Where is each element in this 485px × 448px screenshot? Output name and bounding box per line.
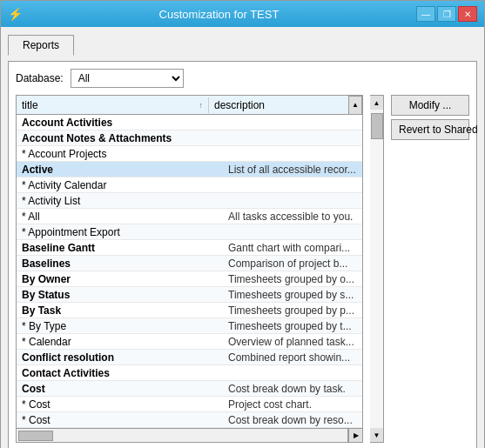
- table-row[interactable]: By OwnerTimesheets grouped by o...: [17, 271, 362, 287]
- cell-title: Account Activities: [17, 116, 223, 130]
- tab-reports[interactable]: Reports: [8, 35, 74, 56]
- cell-desc: Project cost chart.: [223, 398, 362, 411]
- cell-title: Baseline Gantt: [17, 241, 223, 255]
- database-row: Database: All Shared Personal: [16, 69, 469, 88]
- content-area: title ↑ description ▲ Account Activities…: [16, 95, 469, 443]
- table-row[interactable]: Account Notes & Attachments: [17, 130, 362, 146]
- table-row[interactable]: Contact Activities: [17, 365, 362, 381]
- cell-desc: Cost break down by task.: [223, 382, 362, 396]
- cell-title: * Cost: [17, 398, 223, 411]
- cell-desc: [223, 153, 362, 155]
- tab-bar: Reports: [8, 34, 477, 55]
- tab-content: Database: All Shared Personal title ↑: [8, 61, 477, 448]
- v-scroll-up[interactable]: ▲: [370, 96, 383, 110]
- cell-desc: [223, 200, 362, 202]
- cell-desc: All tasks accessible to you.: [223, 210, 362, 224]
- table-row[interactable]: * AllAll tasks accessible to you.: [17, 209, 362, 224]
- table-row[interactable]: By StatusTimesheets grouped by s...: [17, 287, 362, 303]
- cell-title: * Appointment Export: [17, 225, 223, 239]
- cell-title: Contact Activities: [17, 366, 223, 380]
- cell-title: Cost: [17, 382, 223, 396]
- cell-title: * Activity Calendar: [17, 178, 223, 192]
- table-row[interactable]: Conflict resolutionCombined report showi…: [17, 350, 362, 365]
- cell-desc: [223, 231, 362, 233]
- cell-title: By Status: [17, 288, 223, 302]
- cell-desc: Cost break down by reso...: [223, 413, 362, 427]
- cell-desc: Overview of planned task...: [223, 335, 362, 349]
- table-row[interactable]: ActiveList of all accessible recor...: [17, 162, 362, 177]
- table-footer: ▶: [17, 428, 362, 442]
- table-header: title ↑ description ▲: [17, 96, 362, 115]
- table-row[interactable]: * Appointment Export: [17, 224, 362, 240]
- window-controls: — ❐ ✕: [416, 6, 477, 22]
- cell-desc: [223, 184, 362, 186]
- cell-title: By Task: [17, 304, 223, 318]
- table-row[interactable]: BaselinesComparison of project b...: [17, 256, 362, 271]
- table-row[interactable]: * Activity List: [17, 193, 362, 209]
- cell-desc: Gantt chart with compari...: [223, 241, 362, 255]
- table-row[interactable]: Baseline GanttGantt chart with compari..…: [17, 240, 362, 256]
- reports-table: title ↑ description ▲ Account Activities…: [16, 95, 363, 443]
- cell-title: * Account Projects: [17, 147, 223, 161]
- table-body[interactable]: Account ActivitiesAccount Notes & Attach…: [17, 115, 362, 428]
- window-body: Reports Database: All Shared Personal: [1, 27, 484, 448]
- table-row[interactable]: * CostCost break down by reso...: [17, 412, 362, 428]
- cell-desc: List of all accessible recor...: [223, 163, 362, 177]
- cell-desc: Timesheets grouped by t...: [223, 319, 362, 333]
- col-desc-header[interactable]: description: [209, 97, 348, 113]
- table-row[interactable]: * CostProject cost chart.: [17, 397, 362, 412]
- window-title: Customization for TEST: [22, 8, 416, 21]
- sort-arrow-title: ↑: [199, 101, 204, 110]
- v-scroll-thumb[interactable]: [371, 113, 383, 139]
- cell-desc: Combined report showin...: [223, 351, 362, 364]
- modify-button[interactable]: Modify ...: [391, 95, 469, 116]
- cell-desc: Comparison of project b...: [223, 257, 362, 271]
- cell-desc: Timesheets grouped by p...: [223, 304, 362, 318]
- cell-desc: [223, 137, 362, 139]
- table-row[interactable]: CostCost break down by task.: [17, 381, 362, 397]
- cell-title: * By Type: [17, 319, 223, 333]
- cell-title: * All: [17, 210, 223, 224]
- database-select[interactable]: All Shared Personal: [71, 69, 184, 88]
- cell-title: * Activity List: [17, 194, 223, 208]
- h-scroll-thumb[interactable]: [18, 431, 53, 441]
- scroll-up-btn[interactable]: ▲: [348, 96, 362, 115]
- main-window: ⚡ Customization for TEST — ❐ ✕ Reports D…: [0, 0, 485, 448]
- action-buttons: Modify ... Revert to Shared: [391, 95, 469, 443]
- table-row[interactable]: * By TypeTimesheets grouped by t...: [17, 318, 362, 334]
- app-icon: ⚡: [8, 7, 22, 21]
- table-row[interactable]: Account Activities: [17, 115, 362, 130]
- cell-desc: Timesheets grouped by o...: [223, 272, 362, 286]
- restore-button[interactable]: ❐: [437, 6, 456, 22]
- cell-title: Baselines: [17, 257, 223, 271]
- cell-title: * Calendar: [17, 335, 223, 349]
- cell-desc: Timesheets grouped by s...: [223, 288, 362, 302]
- v-scroll-down[interactable]: ▼: [370, 428, 383, 442]
- minimize-button[interactable]: —: [416, 6, 435, 22]
- table-row[interactable]: * Activity Calendar: [17, 177, 362, 193]
- v-scroll-track[interactable]: [370, 110, 383, 428]
- close-window-button[interactable]: ✕: [458, 6, 477, 22]
- cell-title: By Owner: [17, 272, 223, 286]
- table-row[interactable]: * CalendarOverview of planned task...: [17, 334, 362, 350]
- cell-desc: [223, 372, 362, 374]
- h-scroll-track[interactable]: [17, 429, 348, 443]
- cell-title: Active: [17, 163, 223, 177]
- cell-title: * Cost: [17, 413, 223, 427]
- table-row[interactable]: By TaskTimesheets grouped by p...: [17, 303, 362, 318]
- title-bar: ⚡ Customization for TEST — ❐ ✕: [1, 1, 484, 27]
- revert-button[interactable]: Revert to Shared: [391, 119, 469, 140]
- cell-title: Account Notes & Attachments: [17, 131, 223, 145]
- cell-desc: [223, 122, 362, 124]
- col-title-header[interactable]: title ↑: [17, 97, 209, 113]
- scroll-right-btn[interactable]: ▶: [348, 429, 362, 443]
- cell-title: Conflict resolution: [17, 351, 223, 364]
- v-scrollbar: ▲ ▼: [370, 95, 384, 443]
- database-label: Database:: [16, 72, 64, 84]
- table-row[interactable]: * Account Projects: [17, 146, 362, 162]
